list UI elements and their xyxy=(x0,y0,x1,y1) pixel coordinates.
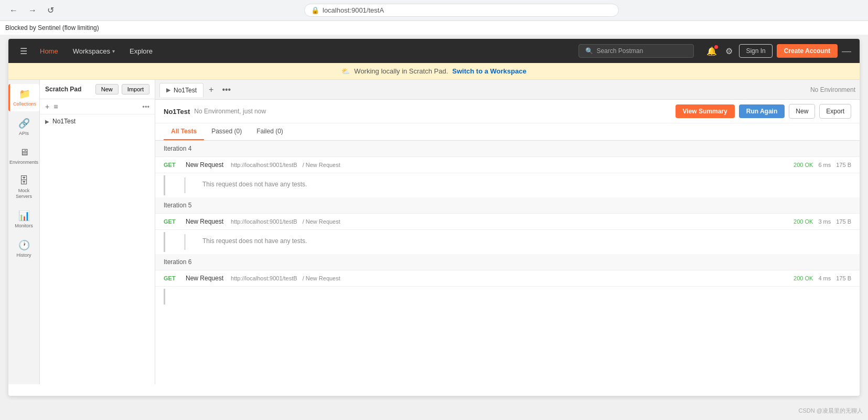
test-filter-tabs: All Tests Passed (0) Failed (0) xyxy=(155,123,860,141)
top-navbar: ☰ Home Workspaces ▾ Explore 🔍 Search Pos… xyxy=(8,39,860,63)
add-tab-button[interactable]: + xyxy=(206,84,217,96)
mock-servers-label: Mock Servers xyxy=(10,188,37,200)
cloud-icon: ⛅ xyxy=(341,67,350,75)
history-icon: 🕐 xyxy=(18,239,30,251)
no-tests-bar-4: This request does not have any tests. xyxy=(155,173,860,197)
switch-workspace-link[interactable]: Switch to a Workspace xyxy=(452,67,526,75)
request-url: http://localhost:9001/testB xyxy=(231,162,297,168)
gear-icon[interactable]: ⚙ xyxy=(723,44,735,58)
environments-label: Environments xyxy=(9,160,38,165)
iteration-4-header: Iteration 4 xyxy=(155,141,860,157)
scratch-pad-banner: ⛅ Working locally in Scratch Pad. Switch… xyxy=(8,63,860,80)
nav-workspaces[interactable]: Workspaces ▾ xyxy=(68,44,120,58)
collection-toolbar: + ≡ ••• xyxy=(40,99,155,114)
tab-failed[interactable]: Failed (0) xyxy=(249,123,291,140)
request-folder: / New Request xyxy=(303,162,340,168)
run-again-button[interactable]: Run Again xyxy=(739,104,785,118)
status-ok: 200 OK xyxy=(794,275,813,281)
sidebar-item-collections[interactable]: 📁 Collections xyxy=(8,84,39,111)
app-container: ☰ Home Workspaces ▾ Explore 🔍 Search Pos… xyxy=(8,39,860,396)
sidebar-item-monitors[interactable]: 📊 Monitors xyxy=(8,206,39,233)
tab-all-tests[interactable]: All Tests xyxy=(164,123,204,140)
hamburger-icon[interactable]: ☰ xyxy=(17,44,30,58)
status-time: 4 ms xyxy=(818,275,831,281)
status-time: 6 ms xyxy=(818,162,831,168)
request-name: New Request xyxy=(186,218,223,225)
table-row[interactable]: GET New Request http://localhost:9001/te… xyxy=(155,270,860,287)
no-tests-bar-6 xyxy=(155,287,860,307)
search-icon: 🔍 xyxy=(585,47,593,55)
no-tests-bar-5: This request does not have any tests. xyxy=(155,230,860,254)
scratch-pad-title: Scratch Pad xyxy=(45,86,81,93)
iteration-4-label: Iteration 4 xyxy=(164,145,191,152)
address-bar[interactable]: 🔒 localhost:9001/testA xyxy=(304,4,619,17)
request-name: New Request xyxy=(186,275,223,282)
status-size: 175 B xyxy=(836,162,851,168)
method-get-badge: GET xyxy=(164,275,180,281)
lock-icon: 🔒 xyxy=(311,6,319,14)
new-button[interactable]: New xyxy=(95,84,119,94)
sidebar-icons: 📁 Collections 🔗 APIs 🖥 Environments 🗄 Mo… xyxy=(8,80,40,384)
refresh-button[interactable]: ↺ xyxy=(44,4,57,16)
runner-header: No1Test No Environment, just now View Su… xyxy=(155,100,860,123)
play-icon: ▶ xyxy=(166,87,170,93)
request-name: New Request xyxy=(186,161,223,169)
main-content: ▶ No1Test + ••• No Environment No1Test N… xyxy=(155,80,860,384)
more-options-icon[interactable]: ••• xyxy=(142,103,149,111)
sidebar-item-mock-servers[interactable]: 🗄 Mock Servers xyxy=(8,171,39,204)
nav-explore[interactable]: Explore xyxy=(124,44,158,58)
new-runner-button[interactable]: New xyxy=(789,104,815,119)
environment-selector[interactable]: No Environment xyxy=(810,86,855,93)
signin-button[interactable]: Sign In xyxy=(739,44,772,58)
notification-dot xyxy=(714,45,718,49)
collection-name: No1Test xyxy=(52,118,76,125)
iteration-6-label: Iteration 6 xyxy=(164,258,191,266)
environments-icon: 🖥 xyxy=(19,147,29,158)
browser-chrome: ← → ↺ 🔒 localhost:9001/testA xyxy=(0,0,868,21)
apis-label: APIs xyxy=(19,131,29,136)
method-get-badge: GET xyxy=(164,218,180,225)
import-button[interactable]: Import xyxy=(122,84,149,94)
tab-more-icon[interactable]: ••• xyxy=(219,84,234,96)
apis-icon: 🔗 xyxy=(18,118,30,129)
status-size: 175 B xyxy=(836,218,851,225)
request-status: 200 OK 6 ms 175 B xyxy=(794,162,851,168)
sidebar-item-history[interactable]: 🕐 History xyxy=(8,235,39,262)
filter-button[interactable]: ≡ xyxy=(53,102,58,111)
forward-button[interactable]: → xyxy=(25,5,40,16)
chevron-down-icon: ▾ xyxy=(112,48,115,54)
export-button[interactable]: Export xyxy=(819,104,851,119)
back-button[interactable]: ← xyxy=(6,5,21,16)
status-ok: 200 OK xyxy=(794,218,813,225)
monitors-label: Monitors xyxy=(15,223,33,229)
search-bar[interactable]: 🔍 Search Postman xyxy=(578,44,694,58)
add-collection-button[interactable]: + xyxy=(45,102,49,111)
collections-panel: Scratch Pad New Import + ≡ ••• ▶ No1Test xyxy=(40,80,155,384)
table-row[interactable]: GET New Request http://localhost:9001/te… xyxy=(155,157,860,173)
main-layout: 📁 Collections 🔗 APIs 🖥 Environments 🗄 Mo… xyxy=(8,80,860,384)
bell-icon[interactable]: 🔔 xyxy=(704,44,719,58)
panel-header: Scratch Pad New Import xyxy=(40,80,155,99)
vertical-bar-icon xyxy=(164,232,165,252)
collection-item-no1test[interactable]: ▶ No1Test xyxy=(40,114,155,128)
dash-icon[interactable]: — xyxy=(842,46,851,57)
blocked-message: Blocked by Sentinel (flow limiting) xyxy=(0,21,868,35)
nav-home[interactable]: Home xyxy=(35,44,63,58)
request-url: http://localhost:9001/testB xyxy=(231,218,297,225)
mock-servers-icon: 🗄 xyxy=(19,175,29,186)
collections-icon: 📁 xyxy=(19,88,30,100)
request-folder: / New Request xyxy=(303,218,340,225)
create-account-button[interactable]: Create Account xyxy=(777,44,838,58)
tab-no1test[interactable]: ▶ No1Test xyxy=(159,83,203,97)
method-get-badge: GET xyxy=(164,162,180,168)
view-summary-button[interactable]: View Summary xyxy=(676,104,735,118)
runner-meta: No Environment, just now xyxy=(194,108,266,115)
tab-passed[interactable]: Passed (0) xyxy=(204,123,249,140)
status-ok: 200 OK xyxy=(794,162,813,168)
sidebar-item-environments[interactable]: 🖥 Environments xyxy=(8,143,39,170)
sidebar-item-apis[interactable]: 🔗 APIs xyxy=(8,113,39,141)
table-row[interactable]: GET New Request http://localhost:9001/te… xyxy=(155,214,860,230)
vertical-bar-icon xyxy=(164,175,165,195)
collections-label: Collections xyxy=(13,101,36,107)
iteration-5-header: Iteration 5 xyxy=(155,197,860,214)
